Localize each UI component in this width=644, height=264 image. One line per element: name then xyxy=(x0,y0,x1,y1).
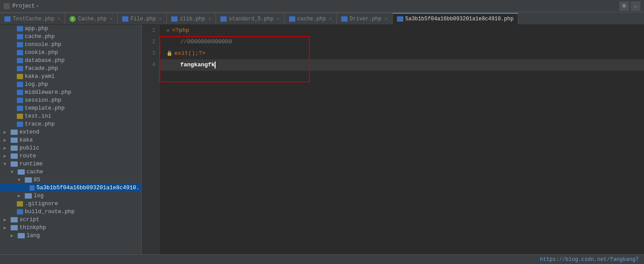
sidebar-item-label-21: log xyxy=(34,193,44,199)
file-icon-10 xyxy=(17,106,23,111)
file-icon-5 xyxy=(17,66,23,71)
tab-icon-driver xyxy=(341,16,347,22)
sidebar-item-label-4: database.php xyxy=(25,57,65,64)
folder-icon-25 xyxy=(11,225,18,230)
tab-standard5[interactable]: standard_5.php× xyxy=(216,13,284,24)
tab-close-cache[interactable]: × xyxy=(110,16,113,22)
sidebar-item-25[interactable]: ▶thinkphp xyxy=(0,224,141,232)
sidebar-item-label-26: lang xyxy=(27,233,40,239)
comment-line-2: //0000000000000 xyxy=(166,36,232,48)
php-open-tag: <?php xyxy=(172,25,189,36)
sidebar-item-19[interactable]: ▼85 xyxy=(0,176,141,184)
status-url: https://blog.csdn.net/fangkang7 xyxy=(540,256,639,263)
sidebar-item-14[interactable]: ▶kaka xyxy=(0,136,141,144)
sidebar-item-26[interactable]: ▶lang xyxy=(0,232,141,240)
sidebar-item-9[interactable]: session.php xyxy=(0,96,141,104)
sidebar-item-label-24: script xyxy=(19,217,39,223)
tab-icon-hash xyxy=(397,16,403,22)
exit-parens: (); xyxy=(188,48,198,59)
editor-content: 1 2 3 4 ◇<?php //0000000000000 🔒exit xyxy=(142,25,644,254)
tab-driver[interactable]: Driver.php× xyxy=(337,13,393,24)
sidebar-item-24[interactable]: ▶script xyxy=(0,216,141,224)
sidebar-item-21[interactable]: ▶log xyxy=(0,192,141,200)
tab-close-file[interactable]: × xyxy=(159,16,162,22)
file-icon-22 xyxy=(17,201,23,207)
sidebar-item-label-17: runtime xyxy=(19,161,43,167)
tab-hash[interactable]: 5a3b1b5f04a16bb093201a1e8c4910.php xyxy=(393,13,519,24)
line-numbers: 1 2 3 4 xyxy=(142,25,159,254)
sidebar-item-10[interactable]: template.php xyxy=(0,104,141,112)
sidebar-item-22[interactable]: .gitignore xyxy=(0,200,141,208)
sidebar-item-6[interactable]: kaka.yaml xyxy=(0,73,141,80)
file-icon-11 xyxy=(17,114,23,119)
tab-testcache[interactable]: TestCache.php× xyxy=(0,13,65,24)
sidebar-item-23[interactable]: build_route.php xyxy=(0,208,141,216)
sidebar-item-1[interactable]: cache.php xyxy=(0,33,141,41)
sidebar[interactable]: app.phpcache.phpconsole.phpcookie.phpdat… xyxy=(0,25,142,254)
folder-arrow-icon-17: ▼ xyxy=(4,162,10,167)
folder-icon-18 xyxy=(18,169,25,175)
tab-icon-file xyxy=(122,16,128,22)
tab-close-zlib[interactable]: × xyxy=(208,16,211,22)
sidebar-item-16[interactable]: ▶route xyxy=(0,152,141,160)
tab-close-standard5[interactable]: × xyxy=(277,16,280,22)
tab-label-file: File.php xyxy=(131,16,156,22)
sidebar-item-label-6: kaka.yaml xyxy=(25,73,55,80)
file-icon-0 xyxy=(17,26,23,31)
sidebar-item-11[interactable]: test.ini xyxy=(0,112,141,120)
status-bar: https://blog.csdn.net/fangkang7 xyxy=(0,254,644,264)
folder-arrow-icon-19: ▼ xyxy=(18,178,24,183)
sidebar-item-label-1: cache.php xyxy=(25,34,55,40)
sidebar-item-20[interactable]: 5a3b1b5f04a16bb093201a1e8c4910. xyxy=(0,184,141,192)
sidebar-item-label-12: trace.php xyxy=(25,121,55,127)
tab-close-cachephp[interactable]: × xyxy=(329,16,332,22)
file-icon-1 xyxy=(17,34,23,39)
tab-zlib[interactable]: zlib.php× xyxy=(167,13,216,24)
sidebar-item-label-20: 5a3b1b5f04a16bb093201a1e8c4910. xyxy=(36,185,139,191)
tab-icon-cachephp xyxy=(289,16,295,22)
folder-arrow-icon-13: ▶ xyxy=(4,130,10,135)
sidebar-item-4[interactable]: database.php xyxy=(0,57,141,65)
code-area[interactable]: ◇<?php //0000000000000 🔒exit();?> fangka… xyxy=(159,25,644,254)
sidebar-item-label-13: extend xyxy=(19,129,39,135)
tab-close-testcache[interactable]: × xyxy=(58,16,61,22)
sidebar-item-label-22: .gitignore xyxy=(25,201,58,207)
file-icon-20 xyxy=(30,185,35,191)
sidebar-item-0[interactable]: app.php xyxy=(0,25,141,33)
folder-arrow-icon-14: ▶ xyxy=(4,138,10,143)
tab-cachephp[interactable]: cache.php× xyxy=(285,13,337,24)
settings-button[interactable]: ⚙ xyxy=(619,1,629,11)
tabs-bar: TestCache.php×CCache.php×File.php×zlib.p… xyxy=(0,12,644,25)
folder-icon-15 xyxy=(11,145,18,151)
sidebar-item-2[interactable]: console.php xyxy=(0,41,141,49)
tab-label-testcache: TestCache.php xyxy=(13,16,54,22)
dropdown-arrow-icon: ▾ xyxy=(36,4,39,9)
folder-arrow-icon-15: ▶ xyxy=(4,145,10,151)
minimize-button[interactable]: – xyxy=(631,1,640,11)
sidebar-item-15[interactable]: ▶public xyxy=(0,144,141,152)
tab-close-driver[interactable]: × xyxy=(385,16,388,22)
tab-cache[interactable]: CCache.php× xyxy=(65,13,117,24)
tab-file[interactable]: File.php× xyxy=(118,13,167,24)
sidebar-item-12[interactable]: trace.php xyxy=(0,120,141,128)
folder-icon-19 xyxy=(25,177,32,183)
folder-arrow-icon-21: ▶ xyxy=(18,193,24,199)
sidebar-item-5[interactable]: facade.php xyxy=(0,65,141,73)
code-line-1: ◇<?php xyxy=(159,25,644,36)
file-icon-3 xyxy=(17,50,23,55)
title-bar-controls: ⚙ – xyxy=(619,1,640,11)
file-icon-2 xyxy=(17,42,23,47)
sidebar-item-18[interactable]: ▼cache xyxy=(0,168,141,176)
sidebar-item-label-11: test.ini xyxy=(25,113,51,119)
folder-icon-14 xyxy=(11,138,18,143)
code-line-3: 🔒exit();?> xyxy=(159,48,644,59)
folder-icon-26 xyxy=(18,233,25,238)
sidebar-item-17[interactable]: ▼runtime xyxy=(0,160,141,168)
sidebar-item-7[interactable]: log.php xyxy=(0,80,141,88)
sidebar-item-8[interactable]: middleware.php xyxy=(0,88,141,96)
code-line-2: //0000000000000 xyxy=(159,36,644,48)
sidebar-item-13[interactable]: ▶extend xyxy=(0,128,141,136)
sidebar-item-3[interactable]: cookie.php xyxy=(0,49,141,57)
folder-icon-17 xyxy=(11,161,18,167)
project-dropdown[interactable]: Project ▾ xyxy=(12,3,39,9)
